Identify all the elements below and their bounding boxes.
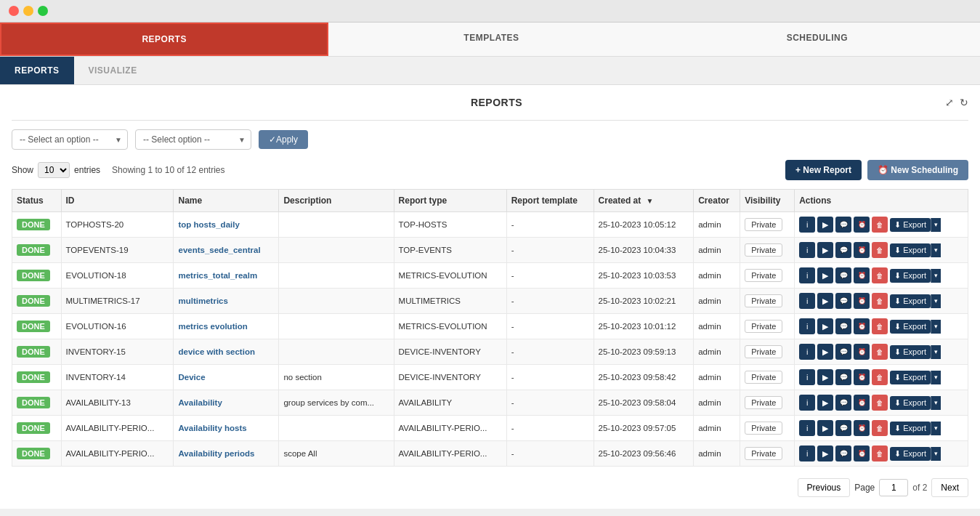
apply-button[interactable]: ✓Apply — [259, 130, 308, 149]
export-button[interactable]: ⬇ Export — [890, 269, 931, 283]
schedule-button[interactable]: ⏰ — [854, 217, 870, 233]
export-button[interactable]: ⬇ Export — [890, 447, 931, 461]
comment-button[interactable]: 💬 — [835, 242, 851, 258]
table-row: DONE INVENTORY-15 device with section DE… — [12, 339, 968, 365]
filter1-select[interactable]: -- Select an option -- — [12, 129, 128, 150]
delete-button[interactable]: 🗑 — [872, 446, 888, 461]
expand-icon[interactable]: ⤢ — [945, 97, 954, 108]
play-button[interactable]: ▶ — [817, 395, 833, 411]
cell-visibility: Private — [740, 212, 795, 238]
delete-button[interactable]: 🗑 — [872, 217, 888, 233]
schedule-button[interactable]: ⏰ — [854, 318, 870, 334]
comment-button[interactable]: 💬 — [835, 446, 851, 461]
export-button[interactable]: ⬇ Export — [890, 243, 931, 257]
col-status: Status — [12, 190, 62, 212]
previous-button[interactable]: Previous — [798, 478, 851, 497]
export-dropdown-button[interactable]: ▾ — [931, 294, 941, 308]
subnav-reports[interactable]: REPORTS — [0, 57, 74, 84]
comment-button[interactable]: 💬 — [835, 369, 851, 385]
schedule-button[interactable]: ⏰ — [854, 267, 870, 283]
comment-button[interactable]: 💬 — [835, 293, 851, 309]
info-button[interactable]: i — [799, 267, 815, 283]
export-button[interactable]: ⬇ Export — [890, 396, 931, 410]
delete-button[interactable]: 🗑 — [872, 318, 888, 334]
next-button[interactable]: Next — [931, 478, 968, 497]
col-created-at[interactable]: Created at ▼ — [594, 190, 694, 212]
play-button[interactable]: ▶ — [817, 293, 833, 309]
delete-button[interactable]: 🗑 — [872, 267, 888, 283]
export-button[interactable]: ⬇ Export — [890, 320, 931, 334]
play-button[interactable]: ▶ — [817, 369, 833, 385]
export-button[interactable]: ⬇ Export — [890, 371, 931, 384]
info-button[interactable]: i — [799, 369, 815, 385]
export-dropdown-button[interactable]: ▾ — [931, 320, 941, 334]
play-button[interactable]: ▶ — [817, 217, 833, 233]
info-button[interactable]: i — [799, 242, 815, 258]
schedule-button[interactable]: ⏰ — [854, 420, 870, 436]
play-button[interactable]: ▶ — [817, 446, 833, 461]
entries-select[interactable]: 10 — [38, 162, 70, 178]
export-dropdown-button[interactable]: ▾ — [931, 218, 941, 232]
comment-button[interactable]: 💬 — [835, 420, 851, 436]
play-button[interactable]: ▶ — [817, 267, 833, 283]
page-input[interactable] — [879, 479, 908, 496]
col-description: Description — [279, 190, 394, 212]
export-dropdown-button[interactable]: ▾ — [931, 371, 941, 384]
info-button[interactable]: i — [799, 344, 815, 360]
export-button[interactable]: ⬇ Export — [890, 294, 931, 308]
tab-scheduling[interactable]: SCHEDULING — [655, 23, 980, 56]
schedule-button[interactable]: ⏰ — [854, 395, 870, 411]
schedule-button[interactable]: ⏰ — [854, 369, 870, 385]
export-dropdown-button[interactable]: ▾ — [931, 422, 941, 435]
comment-button[interactable]: 💬 — [835, 395, 851, 411]
cell-report-template: - — [506, 416, 594, 441]
refresh-icon[interactable]: ↻ — [960, 97, 968, 108]
cell-name: Availability periods — [174, 441, 279, 467]
delete-button[interactable]: 🗑 — [872, 395, 888, 411]
export-dropdown-button[interactable]: ▾ — [931, 345, 941, 359]
delete-button[interactable]: 🗑 — [872, 293, 888, 309]
schedule-button[interactable]: ⏰ — [854, 344, 870, 360]
cell-creator: admin — [694, 390, 740, 416]
play-button[interactable]: ▶ — [817, 420, 833, 436]
play-button[interactable]: ▶ — [817, 344, 833, 360]
tab-reports[interactable]: REPORTS — [0, 23, 328, 56]
delete-button[interactable]: 🗑 — [872, 344, 888, 360]
export-dropdown-button[interactable]: ▾ — [931, 396, 941, 410]
minimize-button[interactable] — [23, 6, 33, 16]
export-wrapper: ⬇ Export ▾ — [890, 294, 941, 308]
comment-button[interactable]: 💬 — [835, 267, 851, 283]
play-button[interactable]: ▶ — [817, 318, 833, 334]
page-label: Page — [854, 483, 875, 493]
export-dropdown-button[interactable]: ▾ — [931, 243, 941, 257]
close-button[interactable] — [9, 6, 19, 16]
info-button[interactable]: i — [799, 217, 815, 233]
export-dropdown-button[interactable]: ▾ — [931, 447, 941, 461]
comment-button[interactable]: 💬 — [835, 318, 851, 334]
tab-templates[interactable]: TEMPLATES — [328, 23, 654, 56]
schedule-button[interactable]: ⏰ — [854, 446, 870, 461]
export-button[interactable]: ⬇ Export — [890, 345, 931, 359]
schedule-button[interactable]: ⏰ — [854, 293, 870, 309]
filter-row: -- Select an option -- ▼ -- Select optio… — [12, 129, 968, 150]
delete-button[interactable]: 🗑 — [872, 420, 888, 436]
delete-button[interactable]: 🗑 — [872, 242, 888, 258]
comment-button[interactable]: 💬 — [835, 217, 851, 233]
comment-button[interactable]: 💬 — [835, 344, 851, 360]
info-button[interactable]: i — [799, 395, 815, 411]
play-button[interactable]: ▶ — [817, 242, 833, 258]
delete-button[interactable]: 🗑 — [872, 369, 888, 385]
info-button[interactable]: i — [799, 293, 815, 309]
filter2-select[interactable]: -- Select option -- — [135, 129, 251, 150]
export-button[interactable]: ⬇ Export — [890, 218, 931, 232]
export-dropdown-button[interactable]: ▾ — [931, 269, 941, 283]
new-scheduling-button[interactable]: ⏰ New Scheduling — [867, 160, 968, 180]
info-button[interactable]: i — [799, 318, 815, 334]
subnav-visualize[interactable]: VISUALIZE — [74, 57, 152, 84]
maximize-button[interactable] — [38, 6, 48, 16]
new-report-button[interactable]: + New Report — [785, 160, 862, 180]
schedule-button[interactable]: ⏰ — [854, 242, 870, 258]
info-button[interactable]: i — [799, 420, 815, 436]
info-button[interactable]: i — [799, 446, 815, 461]
export-button[interactable]: ⬇ Export — [890, 422, 931, 435]
